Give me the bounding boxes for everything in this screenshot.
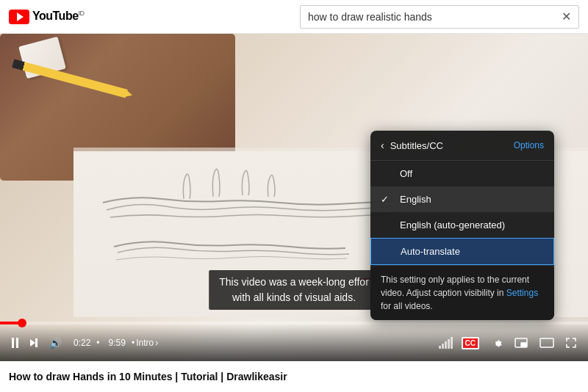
quality-indicator	[439, 337, 453, 349]
subtitle-line1: This video was a week-long effor	[219, 276, 369, 288]
gear-icon	[491, 337, 503, 349]
tooltip-text-end: for all videos.	[381, 301, 433, 311]
fullscreen-button[interactable]	[563, 335, 579, 351]
subtitle-off-label: Off	[400, 168, 544, 179]
theater-mode-button[interactable]	[537, 335, 557, 351]
play-triangle	[17, 12, 24, 21]
subtitle-tooltip: This setting only applies to the current…	[370, 265, 554, 320]
subtitle-auto-translate-label: Auto-translate	[401, 246, 543, 257]
time-current: 0:22	[74, 338, 90, 348]
subtitle-option-off[interactable]: Off	[370, 161, 554, 186]
cc-label: CC	[462, 337, 479, 349]
subtitle-option-auto-translate[interactable]: Auto-translate	[370, 238, 554, 265]
page-header: YouTubeID how to draw realistic hands ✕	[0, 0, 588, 34]
chapter-sep: •	[132, 338, 135, 348]
time-total: 9:59	[109, 338, 126, 348]
quality-bar-4	[448, 339, 450, 349]
panel-header: ‹ Subtitles/CC Options	[370, 131, 554, 161]
subtitle-line2: with all kinds of visual aids.	[232, 291, 356, 303]
mini-player-button[interactable]	[512, 335, 531, 351]
check-mark-english: ✓	[381, 194, 392, 205]
video-title-bar: How to draw Hands in 10 Minutes | Tutori…	[0, 361, 588, 392]
pause-icon	[12, 338, 18, 348]
volume-button[interactable]: 🔊	[46, 334, 65, 352]
search-clear-button[interactable]: ✕	[562, 10, 571, 23]
theater-icon	[539, 338, 554, 348]
time-separator: •	[96, 338, 99, 348]
youtube-wordmark: YouTubeID	[32, 10, 85, 23]
skip-next-icon	[30, 338, 37, 347]
svg-rect-4	[540, 338, 553, 347]
cc-button[interactable]: CC	[459, 334, 482, 352]
panel-options-link[interactable]: Options	[514, 140, 544, 150]
youtube-logo[interactable]: YouTubeID	[9, 10, 85, 24]
panel-back-button[interactable]: ‹	[381, 139, 384, 151]
video-title: How to draw Hands in 10 Minutes | Tutori…	[9, 371, 287, 382]
youtube-icon	[9, 10, 29, 24]
video-controls: 🔊 0:22 • 9:59 • Intro › CC	[0, 324, 588, 361]
tooltip-settings-link[interactable]: Settings	[506, 288, 538, 298]
chapter-name: Intro	[136, 338, 154, 348]
quality-bar-3	[445, 341, 447, 349]
skip-next-button[interactable]	[27, 335, 40, 350]
subtitle-english-auto-label: English (auto-generated)	[400, 219, 544, 231]
panel-title: Subtitles/CC	[390, 140, 514, 151]
subtitles-panel: ‹ Subtitles/CC Options Off ✓ English Eng…	[370, 131, 554, 320]
pause-button[interactable]	[9, 335, 21, 351]
chapter-label: • Intro ›	[132, 338, 158, 348]
subtitle-box: This video was a week-long effor with al…	[209, 270, 379, 310]
mini-player-icon	[514, 338, 528, 348]
svg-rect-3	[521, 343, 526, 346]
subtitle-option-english[interactable]: ✓ English	[370, 186, 554, 212]
subtitle-english-label: English	[400, 194, 544, 205]
search-bar[interactable]: how to draw realistic hands ✕	[300, 5, 579, 29]
chapter-arrow: ›	[155, 338, 158, 348]
volume-icon: 🔊	[49, 337, 62, 349]
quality-bar-5	[451, 337, 453, 349]
fullscreen-icon	[566, 338, 576, 348]
subtitle-option-english-auto[interactable]: English (auto-generated)	[370, 212, 554, 238]
quality-bar-2	[442, 344, 444, 349]
quality-bar-1	[439, 346, 441, 349]
search-query: how to draw realistic hands	[308, 11, 562, 23]
settings-button[interactable]	[488, 334, 506, 352]
video-player[interactable]: This video was a week-long effor with al…	[0, 34, 588, 361]
